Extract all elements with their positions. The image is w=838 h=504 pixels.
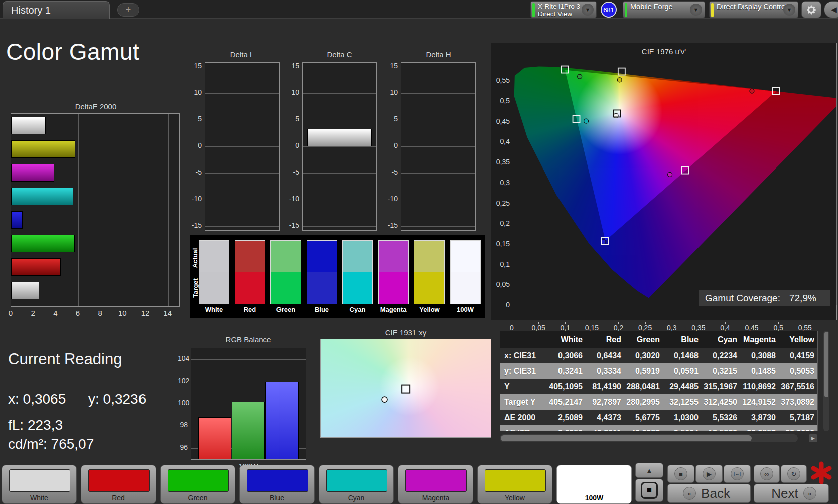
delta-gridline — [303, 226, 376, 227]
pattern-window-button[interactable]: ■ — [635, 479, 663, 502]
continuous-measure-button[interactable]: ∞ — [754, 465, 780, 483]
cie1976-tick-mark — [565, 322, 566, 324]
rgb-balance-chart-title: RGB Balance — [191, 335, 306, 344]
cie1976-tick-mark — [778, 322, 779, 324]
rgb-gridline — [191, 359, 306, 360]
delta-axis-tick: -5 — [191, 168, 202, 176]
next-button[interactable]: Next » — [754, 484, 829, 503]
refresh-button[interactable]: ↻ — [781, 465, 807, 483]
back-button[interactable]: « Back — [667, 484, 751, 503]
swatch-label: Green — [270, 306, 301, 313]
swatch-actual — [379, 241, 408, 272]
delta-axis-tick: -10 — [191, 195, 202, 203]
delta-axis-tick: -10 — [387, 195, 398, 203]
chevron-down-icon[interactable]: ▼ — [783, 4, 795, 16]
display-control-dropdown[interactable]: Direct Display Control ▼ — [709, 1, 798, 18]
source-dropdown[interactable]: Mobile Forge ▼ — [623, 1, 705, 18]
rgb-bar-blue — [265, 382, 299, 459]
rgb-axis-tick: 104 — [178, 354, 188, 362]
stop-button[interactable]: ■ — [667, 465, 694, 483]
scrollbar-thumb[interactable] — [824, 332, 828, 397]
delta-gridline — [205, 226, 279, 227]
patch-button-cyan[interactable]: Cyan — [319, 465, 394, 504]
pattern-up-button[interactable]: ▲ — [635, 463, 663, 478]
deltae-gridline — [146, 114, 146, 306]
infinity-icon: ∞ — [764, 470, 769, 478]
rgb-balance-chart: RGB Balance 1041021009896 100W — [180, 335, 307, 474]
deltae-bar-magenta — [11, 164, 54, 182]
table-cell: 2,5089 — [547, 413, 586, 422]
table-cell: 29,4485 — [663, 382, 702, 391]
scroll-right-button[interactable]: ▶ — [809, 434, 817, 442]
delta-gridline — [401, 93, 475, 94]
chevron-down-icon[interactable]: ▼ — [690, 4, 702, 16]
cie1976-y-tick: 0,15 — [492, 240, 510, 248]
patch-button-label: 100W — [557, 494, 631, 502]
rgb-axis-tick: 96 — [178, 443, 188, 451]
stop-icon: ■ — [679, 470, 683, 478]
collapse-panel-button[interactable]: ◀ — [824, 1, 838, 18]
deltae-axis-tick: 2 — [27, 309, 39, 317]
settings-button[interactable] — [801, 1, 821, 18]
table-cell: 0,0591 — [663, 367, 702, 376]
target-point-magenta — [681, 167, 688, 174]
target-point-green — [561, 66, 568, 73]
deltae-bar-red — [11, 258, 61, 276]
delta-c-chart: Delta C 151050-5-10-15 100W — [290, 50, 379, 246]
reading-count-badge: 681 — [601, 2, 617, 18]
table-cell: 5,5326 — [702, 413, 740, 422]
delta-gridline — [205, 146, 279, 147]
table-cell: 81,4190 — [586, 382, 624, 391]
delta-gridline — [401, 200, 475, 200]
play-button[interactable]: ▶ — [695, 465, 723, 483]
chevron-down-icon[interactable]: ▼ — [582, 4, 594, 16]
swatch-blue — [307, 240, 337, 304]
measure-range-button[interactable]: [↔] — [724, 465, 751, 483]
delta-bar — [307, 129, 372, 146]
table-cell: 0,3215 — [702, 367, 740, 376]
swatch-label: Magenta — [378, 306, 409, 313]
source-name: Mobile Forge — [630, 3, 673, 11]
table-cell: 0,1468 — [663, 351, 702, 360]
critical-asterisk-icon — [811, 461, 832, 484]
deltae-gridline — [123, 114, 123, 306]
patch-button-100w[interactable]: 100W — [556, 465, 632, 504]
cie1976-tick-mark — [645, 322, 646, 324]
deltae-axis-tick: 10 — [116, 309, 128, 317]
table-cell: 0,1485 — [740, 367, 779, 376]
meter-dropdown[interactable]: X-Rite i1Pro 3 Direct View ▼ — [530, 1, 597, 18]
patch-button-yellow[interactable]: Yellow — [477, 465, 552, 504]
tab-history-1[interactable]: History 1 — [3, 1, 110, 19]
table-cell: 0,3241 — [547, 367, 586, 376]
table-header-blue: Blue — [663, 335, 702, 344]
swatch-label: Cyan — [342, 306, 373, 313]
patch-button-blue[interactable]: Blue — [239, 465, 315, 504]
patch-swatch — [485, 469, 546, 492]
table-header-magenta: Magenta — [740, 335, 779, 344]
current-reading-x: x: 0,3065 — [8, 391, 66, 407]
patch-button-white[interactable]: White — [2, 465, 77, 504]
patch-button-green[interactable]: Green — [160, 465, 235, 504]
patch-button-red[interactable]: Red — [81, 465, 156, 504]
patch-swatch — [247, 469, 308, 492]
cie1931-target-point — [402, 385, 410, 393]
table-cell: 3,8730 — [740, 413, 779, 422]
up-arrow-icon: ▲ — [646, 467, 653, 474]
swatch-actual — [235, 241, 265, 272]
delta-axis-tick: -15 — [191, 221, 202, 229]
cie1976-tick-mark — [618, 322, 619, 324]
patch-button-magenta[interactable]: Magenta — [398, 465, 473, 504]
cie1931-measured-point — [382, 397, 387, 402]
deltae-gridline — [168, 114, 169, 306]
delta-h-plot-area — [401, 62, 476, 231]
cie1976-tick-mark — [592, 322, 592, 324]
add-tab-button[interactable]: + — [117, 3, 139, 17]
back-button-label: Back — [701, 486, 730, 501]
table-vertical-scrollbar[interactable] — [823, 331, 829, 431]
scrollbar-thumb[interactable] — [501, 435, 752, 441]
collapse-left-icon: ◀ — [831, 5, 837, 14]
meter-mode: Direct View — [538, 10, 580, 18]
meter-status-stripe — [532, 3, 535, 17]
table-horizontal-scrollbar[interactable] — [500, 434, 798, 442]
actual-target-swatch-panel: Actual Target WhiteRedGreenBlueCyanMagen… — [190, 235, 485, 318]
